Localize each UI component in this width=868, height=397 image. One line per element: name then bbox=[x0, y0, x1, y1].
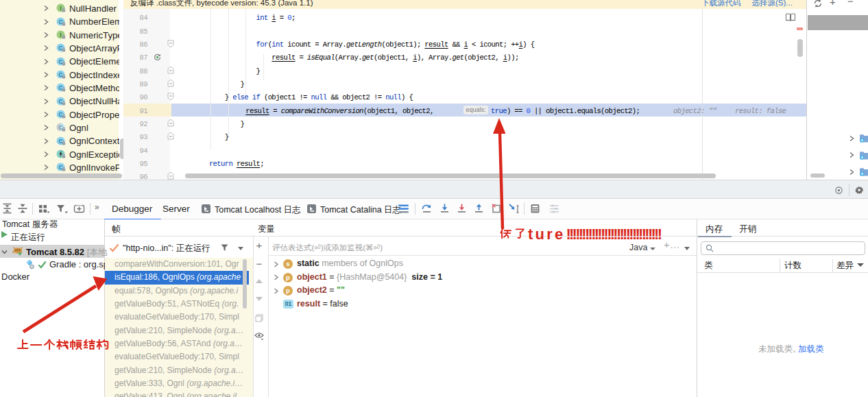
svg-text:I: I bbox=[60, 32, 61, 38]
svg-text:I: I bbox=[60, 5, 61, 12]
